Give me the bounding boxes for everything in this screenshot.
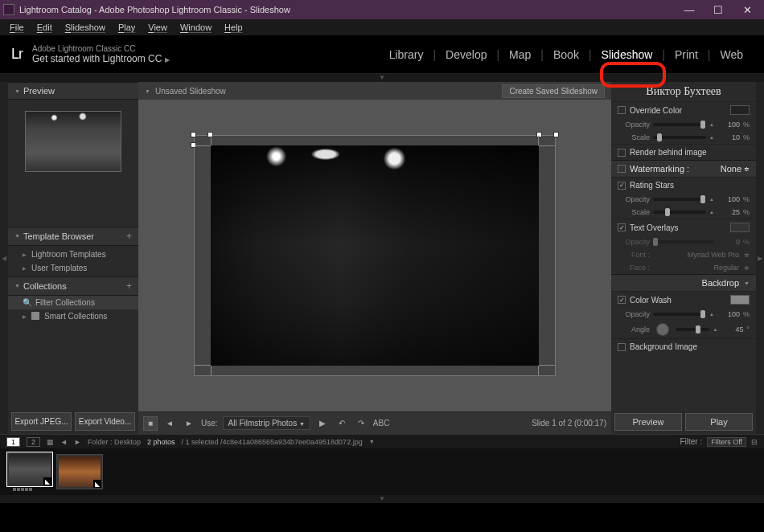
- guide-handle[interactable]: [553, 132, 559, 137]
- abc-button[interactable]: ABC: [373, 419, 390, 428]
- tagline[interactable]: Get started with Lightroom CC: [32, 53, 162, 64]
- right-panel-toggle[interactable]: ▶: [756, 82, 764, 434]
- folder-path[interactable]: Folder : Desktop: [88, 438, 141, 446]
- collections-header[interactable]: ▼Collections+: [8, 276, 138, 296]
- color-swatch[interactable]: [730, 105, 750, 115]
- module-slideshow[interactable]: Slideshow: [595, 45, 659, 64]
- wash-color-swatch[interactable]: [730, 295, 750, 305]
- left-panel-toggle[interactable]: ◀: [0, 82, 8, 434]
- slide-canvas[interactable]: [138, 100, 611, 411]
- module-develop[interactable]: Develop: [439, 45, 493, 64]
- center-area: ▼ Unsaved Slideshow Create Saved Slidesh…: [138, 82, 611, 434]
- use-select[interactable]: All Filmstrip Photos ▼: [223, 416, 310, 430]
- nav-fwd-icon[interactable]: ►: [74, 438, 81, 446]
- menu-help[interactable]: Help: [220, 21, 248, 34]
- render-behind-check[interactable]: Render behind image: [611, 144, 756, 160]
- grid-icon[interactable]: ▦: [47, 438, 54, 446]
- template-browser-header[interactable]: ▼Template Browser+: [8, 227, 138, 246]
- prev-slide-button[interactable]: ◄: [162, 416, 177, 431]
- play-button[interactable]: Play: [685, 413, 753, 431]
- lightroom-templates-item[interactable]: ▶Lightroom Templates: [8, 248, 138, 261]
- menu-bar: File Edit Slideshow Play View Window Hel…: [0, 19, 764, 35]
- rating-scale-slider[interactable]: [653, 211, 706, 214]
- lightroom-logo: Lr: [11, 46, 23, 63]
- menu-edit[interactable]: Edit: [32, 21, 57, 34]
- menu-view[interactable]: View: [143, 21, 172, 34]
- filter-label: Filter :: [680, 437, 702, 446]
- filmstrip-info-bar: 1 2 ▦ ◄ ► Folder : Desktop 2 photos / 1 …: [0, 434, 764, 448]
- menu-slideshow[interactable]: Slideshow: [60, 21, 110, 34]
- right-panel: Виктор Бухтеев Override Color Opacity▲10…: [611, 82, 756, 434]
- menu-file[interactable]: File: [5, 21, 29, 34]
- filter-select[interactable]: Filters Off: [707, 437, 746, 447]
- photo-count: 2 photos: [147, 438, 175, 446]
- backdrop-header[interactable]: Backdrop▼: [611, 274, 756, 291]
- angle-slider[interactable]: [676, 328, 709, 331]
- rating-stars-check[interactable]: Rating Stars: [611, 177, 756, 193]
- play-button[interactable]: ▶: [315, 416, 330, 431]
- create-saved-slideshow-button[interactable]: Create Saved Slideshow: [502, 84, 605, 98]
- bottom-panel-toggle[interactable]: ▼: [0, 495, 764, 503]
- scale-slider[interactable]: [653, 136, 706, 139]
- opacity-slider[interactable]: [653, 123, 706, 126]
- preview-button[interactable]: Preview: [614, 413, 682, 431]
- slide-frame[interactable]: [194, 135, 556, 376]
- module-library[interactable]: Library: [383, 45, 430, 64]
- text-overlays-check[interactable]: Text Overlays: [611, 219, 756, 235]
- filter-collections[interactable]: 🔍Filter Collections: [8, 296, 138, 309]
- wash-opacity-slider[interactable]: [653, 313, 706, 316]
- window-title: Lightroom Catalog - Adobe Photoshop Ligh…: [19, 5, 682, 14]
- thumb-rating[interactable]: [6, 487, 53, 492]
- rotate-ccw-button[interactable]: ↶: [335, 416, 349, 431]
- top-panel-toggle[interactable]: ▼: [0, 74, 764, 82]
- rotate-cw-button[interactable]: ↷: [354, 416, 368, 431]
- stop-button[interactable]: ■: [143, 416, 158, 431]
- monitor-1[interactable]: 1: [6, 437, 20, 447]
- tagline-arrow-icon: ▶: [165, 55, 170, 65]
- export-jpeg-button[interactable]: Export JPEG...: [11, 412, 72, 431]
- color-wash-check[interactable]: Color Wash: [611, 291, 756, 308]
- next-slide-button[interactable]: ►: [182, 416, 196, 431]
- slideshow-title: Unsaved Slideshow: [155, 87, 226, 96]
- nav-back-icon[interactable]: ◄: [60, 438, 68, 446]
- minimize-button[interactable]: —: [682, 4, 696, 16]
- smart-collections-item[interactable]: ▶Smart Collections: [8, 309, 138, 323]
- app-icon: [3, 4, 14, 15]
- filmstrip-thumb-1[interactable]: ◣: [6, 452, 53, 487]
- override-color-check[interactable]: Override Color: [611, 101, 756, 118]
- left-panel: ▼Preview ▼Template Browser+ ▶Lightroom T…: [8, 82, 138, 434]
- add-template-icon[interactable]: +: [126, 231, 132, 242]
- slide-photo[interactable]: [211, 145, 539, 366]
- filmstrip[interactable]: ◣ ◣: [0, 448, 764, 495]
- module-print[interactable]: Print: [668, 45, 704, 64]
- text-color-swatch[interactable]: [730, 223, 750, 232]
- preview-header[interactable]: ▼Preview: [8, 82, 138, 100]
- user-templates-item[interactable]: ▶User Templates: [8, 261, 138, 275]
- module-web[interactable]: Web: [713, 45, 750, 64]
- module-map[interactable]: Map: [503, 45, 537, 64]
- window-titlebar: Lightroom Catalog - Adobe Photoshop Ligh…: [0, 0, 764, 19]
- smart-collection-icon: [31, 312, 39, 320]
- text-opacity-slider: [653, 240, 714, 243]
- angle-knob[interactable]: [656, 323, 669, 336]
- selection-info: / 1 selected /4c8e41a086565a934b7ee0a495…: [181, 438, 362, 446]
- preview-thumbnail[interactable]: [25, 111, 121, 172]
- module-book[interactable]: Book: [547, 45, 585, 64]
- close-button[interactable]: ✕: [740, 4, 754, 16]
- identity-plate[interactable]: Виктор Бухтеев: [611, 82, 756, 101]
- monitor-2[interactable]: 2: [27, 437, 40, 447]
- filter-lock-icon[interactable]: ⊟: [751, 438, 758, 446]
- watermarking-header[interactable]: Watermarking :None≑: [611, 160, 756, 177]
- module-header: Lr Adobe Lightroom Classic CC Get starte…: [0, 35, 764, 74]
- menu-window[interactable]: Window: [175, 21, 216, 34]
- add-collection-icon[interactable]: +: [126, 280, 132, 292]
- export-video-button[interactable]: Export Video...: [75, 412, 135, 431]
- slideshow-disclosure-icon[interactable]: ▼: [145, 88, 150, 94]
- guide-handle[interactable]: [191, 132, 196, 137]
- menu-play[interactable]: Play: [113, 21, 140, 34]
- filmstrip-thumb-2[interactable]: ◣: [56, 454, 103, 489]
- rating-opacity-slider[interactable]: [653, 198, 706, 201]
- slide-status: Slide 1 of 2 (0:00:17): [532, 419, 606, 428]
- background-image-check[interactable]: Background Image: [611, 338, 756, 354]
- maximize-button[interactable]: ☐: [711, 4, 725, 16]
